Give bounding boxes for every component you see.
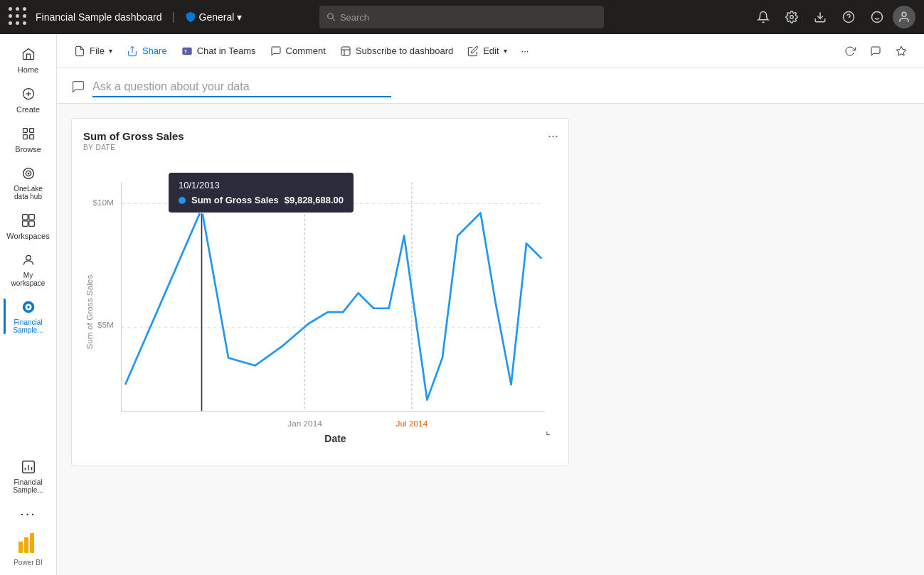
search-input[interactable] (340, 12, 597, 23)
sidebar-item-myworkspace-label: My workspace (6, 272, 51, 287)
teams-icon: T (181, 45, 193, 57)
search-icon (326, 12, 336, 22)
title-divider: | (171, 11, 174, 23)
settings-button[interactable] (779, 4, 804, 30)
edit-button[interactable]: Edit ▾ (462, 41, 512, 61)
sidebar-item-browse[interactable]: Browse (4, 119, 53, 159)
powerbi-logo (17, 532, 40, 554)
topbar: Financial Sample dashboard | General ▾ (0, 0, 924, 34)
user-avatar[interactable] (893, 6, 915, 28)
dashboard-area: Sum of Gross Sales BY DATE ··· 10/1/2013… (57, 104, 924, 575)
sidebar-item-financial-label: Financial Sample... (6, 318, 51, 334)
svg-point-2 (790, 16, 794, 19)
subscribe-icon (340, 45, 351, 57)
qa-bar (57, 68, 924, 104)
refresh-icon (844, 45, 856, 57)
share-label: Share (142, 45, 167, 56)
app-grid-button[interactable] (9, 7, 28, 27)
svg-rect-15 (23, 135, 27, 139)
sidebar-item-create[interactable]: Create (4, 80, 53, 119)
workspace-dropdown-icon: ▾ (237, 11, 242, 23)
data-point-selected[interactable] (198, 205, 206, 213)
edit-icon (467, 45, 479, 57)
sidebar-item-workspaces[interactable]: Workspaces (4, 206, 53, 246)
content-area: File ▾ Share T Chat in Teams (57, 34, 924, 575)
app-title: Financial Sample dashboard (36, 11, 161, 23)
svg-marker-36 (896, 46, 906, 55)
notification-button[interactable] (750, 4, 776, 30)
sidebar: Home Create Browse (0, 34, 57, 575)
file-button[interactable]: File ▾ (68, 41, 118, 61)
search-bar[interactable] (319, 6, 604, 28)
refresh-button[interactable] (839, 40, 861, 63)
sidebar-item-create-label: Create (16, 105, 40, 114)
gear-icon (785, 11, 798, 23)
chart-container: 10/1/2013 Sum of Gross Sales $9,828,688.… (83, 158, 557, 443)
chat-in-teams-button[interactable]: T Chat in Teams (176, 41, 262, 61)
feedback-button[interactable] (864, 4, 890, 30)
star-icon (896, 45, 907, 57)
svg-rect-30 (24, 537, 28, 553)
svg-text:Sum of Gross Sales: Sum of Gross Sales (85, 275, 95, 350)
sidebar-more[interactable]: ··· (4, 500, 53, 527)
svg-line-1 (332, 18, 334, 21)
onelake-icon (20, 165, 37, 182)
sidebar-item-workspaces-label: Workspaces (6, 232, 49, 240)
sidebar-item-myworkspace[interactable]: My workspace (4, 246, 53, 293)
toolbar-chat-button[interactable] (864, 40, 887, 63)
home-icon (20, 45, 37, 63)
sidebar-item-onelake[interactable]: OneLake data hub (4, 159, 53, 206)
financial-report-icon (20, 458, 37, 475)
sidebar-item-financial[interactable]: Financial Sample... (4, 293, 53, 340)
favorite-button[interactable] (890, 40, 913, 63)
sidebar-item-browse-label: Browse (15, 145, 41, 154)
topbar-icons (750, 4, 915, 30)
qa-input[interactable] (92, 80, 391, 97)
chart-more-button[interactable]: ··· (548, 129, 558, 144)
sidebar-item-onelake-label: OneLake data hub (6, 185, 51, 200)
chat-label: Chat in Teams (197, 45, 256, 56)
sidebar-item-financial-report-label: Financial Sample... (6, 478, 51, 494)
workspace-name: General (199, 11, 235, 23)
question-icon (842, 11, 855, 23)
toolbar-chat-icon (870, 45, 881, 57)
svg-rect-13 (23, 129, 27, 133)
svg-rect-20 (22, 215, 28, 220)
more-options-button[interactable]: ··· (516, 41, 535, 60)
file-label: File (90, 45, 105, 56)
myworkspace-icon (20, 252, 37, 269)
qa-icon (71, 80, 85, 97)
svg-text:Jan 2014: Jan 2014 (287, 419, 322, 429)
shield-icon (185, 11, 196, 23)
svg-rect-31 (30, 533, 34, 553)
svg-text:⌞: ⌞ (546, 424, 551, 436)
workspace-selector[interactable]: General ▾ (185, 11, 243, 23)
toolbar-right (839, 40, 913, 63)
bell-icon (757, 11, 770, 23)
sidebar-item-home-label: Home (18, 65, 38, 74)
avatar-icon (898, 11, 910, 23)
comment-button[interactable]: Comment (265, 41, 331, 61)
action-toolbar: File ▾ Share T Chat in Teams (57, 34, 924, 68)
svg-point-6 (871, 12, 882, 23)
file-dropdown-icon: ▾ (109, 47, 112, 55)
financial-active-icon (20, 299, 37, 316)
browse-icon (20, 125, 37, 142)
subscribe-button[interactable]: Subscribe to dashboard (334, 41, 459, 61)
smiley-icon (871, 11, 883, 23)
share-button[interactable]: Share (121, 41, 173, 61)
sidebar-item-financial-report[interactable]: Financial Sample... (4, 453, 53, 500)
sidebar-item-home[interactable]: Home (4, 40, 53, 80)
download-button[interactable] (807, 4, 833, 30)
help-button[interactable] (836, 4, 861, 30)
download-icon (814, 11, 827, 23)
subscribe-label: Subscribe to dashboard (356, 45, 453, 56)
svg-text:Date: Date (324, 433, 346, 443)
svg-text:$5M: $5M (97, 320, 114, 330)
svg-text:$10M: $10M (92, 198, 114, 208)
svg-rect-16 (29, 135, 33, 139)
create-icon (20, 85, 37, 102)
powerbi-label: Power BI (14, 559, 43, 566)
workspaces-icon (20, 212, 37, 229)
share-icon (127, 45, 138, 57)
